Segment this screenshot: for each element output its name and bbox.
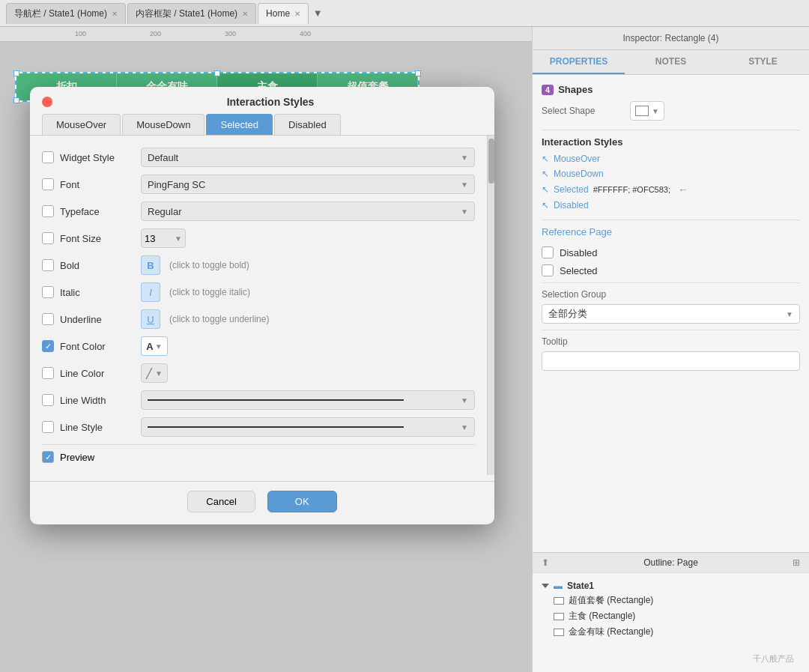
cursor-icon-disabled: ↖ bbox=[542, 200, 549, 211]
cancel-button[interactable]: Cancel bbox=[187, 491, 255, 512]
dialog-tab-disabled[interactable]: Disabled bbox=[274, 114, 341, 135]
typeface-checkbox[interactable] bbox=[42, 205, 54, 217]
outline-item-0[interactable]: 超值套餐 (Rectangle) bbox=[554, 593, 800, 608]
font-select[interactable]: PingFang SC ▼ bbox=[141, 175, 475, 194]
tooltip-section: Tooltip bbox=[542, 336, 800, 371]
inspector-panel: Inspector: Rectangle (4) PROPERTIES NOTE… bbox=[532, 27, 809, 672]
rect-icon-0 bbox=[554, 597, 564, 605]
selected-link[interactable]: Selected bbox=[554, 184, 589, 195]
italic-row: Italic I (click to toggle italic) bbox=[42, 282, 475, 302]
interaction-styles-dialog: Interaction Styles MouseOver MouseDown S… bbox=[30, 87, 494, 524]
dialog-body-container: Widget Style Default ▼ Font PingFang SC … bbox=[30, 136, 494, 475]
shape-select-control[interactable]: ▼ bbox=[630, 101, 664, 121]
interaction-selected: ↖ Selected #FFFFFF; #OFC583; ← bbox=[542, 184, 800, 196]
font-size-row: Font Size 13 ▼ bbox=[42, 228, 475, 248]
line-width-select[interactable]: ▼ bbox=[141, 390, 475, 410]
line-style-checkbox[interactable] bbox=[42, 421, 54, 433]
italic-button[interactable]: I bbox=[141, 282, 160, 302]
tab-content[interactable]: 内容框架 / State1 (Home) ✕ bbox=[127, 3, 256, 24]
outline-nav-icon[interactable]: ⬆ bbox=[542, 557, 549, 568]
mousedown-link[interactable]: MouseDown bbox=[554, 169, 604, 179]
font-size-checkbox[interactable] bbox=[42, 232, 54, 244]
outline-filter-icon[interactable]: ⊞ bbox=[793, 557, 800, 568]
line-width-preview bbox=[148, 399, 404, 401]
font-checkbox[interactable] bbox=[42, 178, 54, 190]
font-row: Font PingFang SC ▼ bbox=[42, 175, 475, 194]
shapes-section: 4 Shapes Select Shape ▼ bbox=[542, 84, 800, 121]
tooltip-label: Tooltip bbox=[542, 336, 800, 347]
widget-style-checkbox[interactable] bbox=[42, 151, 54, 163]
font-size-select[interactable]: 13 ▼ bbox=[141, 228, 186, 248]
inspector-tab-notes[interactable]: NOTES bbox=[625, 50, 717, 74]
dialog-tab-mouseover[interactable]: MouseOver bbox=[42, 114, 121, 135]
line-width-label: Line Width bbox=[60, 395, 135, 406]
outline-item-2-label: 金金有味 (Rectangle) bbox=[569, 626, 653, 638]
line-style-select[interactable]: ▼ bbox=[141, 417, 475, 437]
outline-item-1[interactable]: 主食 (Rectangle) bbox=[554, 608, 800, 624]
line-style-arrow: ▼ bbox=[461, 423, 468, 432]
line-color-checkbox[interactable] bbox=[42, 367, 54, 379]
preview-checkbox[interactable] bbox=[42, 451, 54, 463]
tab-nav-close[interactable]: ✕ bbox=[112, 10, 118, 18]
dialog-tab-mousedown[interactable]: MouseDown bbox=[122, 114, 204, 135]
bold-checkbox[interactable] bbox=[42, 259, 54, 271]
line-color-control[interactable]: ╱ ▼ bbox=[141, 363, 168, 383]
dialog-footer: Cancel OK bbox=[30, 481, 494, 524]
outline-item-0-label: 超值套餐 (Rectangle) bbox=[569, 594, 653, 607]
bold-button[interactable]: B bbox=[141, 255, 160, 275]
widget-style-row: Widget Style Default ▼ bbox=[42, 148, 475, 167]
selection-group-select[interactable]: 全部分类 ▼ bbox=[542, 304, 800, 324]
interaction-styles-label: Interaction Styles bbox=[542, 136, 800, 148]
widget-style-arrow: ▼ bbox=[461, 154, 468, 162]
tooltip-input[interactable] bbox=[542, 351, 800, 371]
widget-style-label: Widget Style bbox=[60, 152, 135, 163]
italic-checkbox[interactable] bbox=[42, 286, 54, 298]
line-style-row: Line Style ▼ bbox=[42, 417, 475, 437]
outline-state1[interactable]: ▬ State1 bbox=[542, 579, 800, 593]
outline-folder-icon: ▬ bbox=[554, 581, 563, 591]
disabled-link[interactable]: Disabled bbox=[554, 200, 589, 211]
font-color-checkbox[interactable] bbox=[42, 340, 54, 352]
tab-content-label: 内容框架 / State1 (Home) bbox=[136, 7, 237, 20]
tab-overflow-button[interactable]: ▼ bbox=[310, 6, 325, 21]
line-width-checkbox[interactable] bbox=[42, 394, 54, 406]
selected-checkbox-row: Selected bbox=[542, 264, 800, 276]
outline-item-2[interactable]: 金金有味 (Rectangle) bbox=[554, 624, 800, 640]
typeface-select[interactable]: Regular ▼ bbox=[141, 202, 475, 221]
inspector-tab-properties[interactable]: PROPERTIES bbox=[533, 50, 625, 74]
reference-page-link[interactable]: Reference Page bbox=[542, 226, 800, 237]
dialog-scrollbar-thumb[interactable] bbox=[488, 139, 494, 184]
disabled-checkbox[interactable] bbox=[542, 246, 554, 258]
watermark: 千八般产品 bbox=[753, 653, 794, 665]
outline-triangle[interactable] bbox=[542, 584, 549, 588]
font-color-label: Font Color bbox=[60, 341, 135, 352]
font-arrow: ▼ bbox=[461, 181, 468, 189]
dialog-tab-selected[interactable]: Selected bbox=[206, 114, 273, 135]
line-width-arrow: ▼ bbox=[461, 396, 468, 405]
dialog-scrollbar[interactable] bbox=[487, 136, 494, 475]
inspector-divider4 bbox=[542, 330, 800, 330]
handle-tl bbox=[13, 70, 19, 76]
preview-row: Preview bbox=[42, 451, 475, 463]
underline-checkbox[interactable] bbox=[42, 313, 54, 325]
typeface-row: Typeface Regular ▼ bbox=[42, 202, 475, 221]
tab-home-close[interactable]: ✕ bbox=[294, 10, 300, 18]
inspector-tab-style[interactable]: STYLE bbox=[717, 50, 809, 74]
selection-group-value: 全部分类 bbox=[548, 307, 587, 321]
cursor-icon-mousedown: ↖ bbox=[542, 169, 549, 179]
handle-tm bbox=[214, 70, 220, 76]
font-color-button[interactable]: A ▼ bbox=[141, 336, 168, 356]
tab-content-close[interactable]: ✕ bbox=[242, 10, 248, 18]
widget-style-select[interactable]: Default ▼ bbox=[141, 148, 475, 167]
underline-button[interactable]: U bbox=[141, 309, 160, 329]
bold-row: Bold B (click to toggle bold) bbox=[42, 255, 475, 275]
ok-button[interactable]: OK bbox=[267, 491, 337, 512]
inspector-tabs: PROPERTIES NOTES STYLE bbox=[533, 50, 809, 75]
ruler-horizontal: 100 200 300 400 bbox=[0, 27, 532, 42]
tab-home[interactable]: Home ✕ bbox=[258, 3, 309, 24]
dialog-close-button[interactable] bbox=[42, 97, 52, 107]
tab-nav[interactable]: 导航栏 / State1 (Home) ✕ bbox=[6, 3, 126, 24]
mouseover-link[interactable]: MouseOver bbox=[554, 154, 600, 164]
ruler-mark-300: 300 bbox=[225, 30, 236, 37]
selected-checkbox[interactable] bbox=[542, 264, 554, 276]
